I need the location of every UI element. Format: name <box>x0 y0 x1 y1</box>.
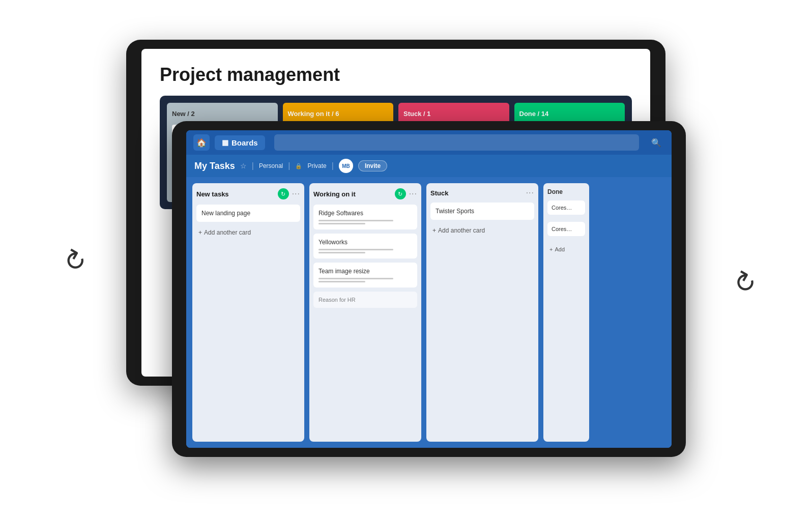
front-board: New tasks ↻ ··· New landing page + Add a… <box>186 177 672 448</box>
front-subheader: My Tasks ☆ | Personal | 🔒 Private | MB I… <box>186 155 672 177</box>
ridge-card-lines <box>318 220 412 224</box>
board-title: My Tasks <box>194 161 235 171</box>
add-card-done-label: Add <box>555 246 565 252</box>
boards-button[interactable]: ▦ Boards <box>215 135 265 150</box>
front-screen: 🏠 ▦ Boards 🔍 My Tasks ☆ | Personal | 🔒 P… <box>186 130 672 448</box>
refresh-icon-new[interactable]: ↻ <box>278 188 289 199</box>
new-tasks-title: New tasks <box>196 190 229 198</box>
front-card-twister[interactable]: Twister Sports <box>430 203 534 220</box>
arrow-left-icon[interactable]: ↺ <box>57 242 92 279</box>
working-title: Working on it <box>313 190 356 198</box>
front-card-reason-hr[interactable]: Reason for HR <box>313 292 417 308</box>
front-col-new-tasks: New tasks ↻ ··· New landing page + Add a… <box>192 183 304 442</box>
front-card-done-2[interactable]: Cores… <box>547 222 585 236</box>
front-col-stuck-header: Stuck ··· <box>430 188 534 197</box>
front-col-working: Working on it ↻ ··· Ridge Softwares <box>309 183 421 442</box>
tablet-front: 🏠 ▦ Boards 🔍 My Tasks ☆ | Personal | 🔒 P… <box>172 121 686 457</box>
front-col-working-header: Working on it ↻ ··· <box>313 188 417 199</box>
boards-label: Boards <box>231 138 258 147</box>
stuck-actions: ··· <box>526 188 534 197</box>
home-button[interactable]: 🏠 <box>193 134 210 151</box>
avatar-initials: MB <box>342 163 350 169</box>
back-col-working-header: Working on it / 6 <box>288 108 389 120</box>
private-tag: Private <box>307 162 326 169</box>
stuck-title: Stuck <box>430 189 448 197</box>
search-button[interactable]: 🔍 <box>648 134 664 151</box>
add-card-new-tasks[interactable]: + Add another card <box>196 226 300 239</box>
plus-icon-new: + <box>198 229 202 236</box>
invite-button[interactable]: Invite <box>358 160 387 171</box>
add-card-new-label: Add another card <box>204 229 251 236</box>
back-col-new-header: New / 2 <box>172 108 273 120</box>
scene: Project management New / 2 New landing p… <box>101 40 711 477</box>
front-card-team-image-text: Team image resize <box>318 268 412 275</box>
front-card-yelloworks-text: Yelloworks <box>318 239 412 246</box>
team-image-card-lines <box>318 278 412 282</box>
back-screen-title: Project management <box>160 64 632 85</box>
dots-menu-working[interactable]: ··· <box>409 189 417 198</box>
back-col-done-header: Done / 14 <box>519 108 620 120</box>
dots-menu-stuck[interactable]: ··· <box>526 188 534 197</box>
add-card-done[interactable]: + Add <box>547 243 585 255</box>
add-card-stuck[interactable]: + Add another card <box>430 224 534 237</box>
front-card-new-landing[interactable]: New landing page <box>196 205 300 222</box>
arrow-right-icon[interactable]: ↻ <box>728 264 762 301</box>
yelloworks-card-lines <box>318 249 412 253</box>
user-avatar: MB <box>339 159 353 173</box>
front-col-done-header: Done <box>547 188 585 195</box>
front-card-reason-hr-text: Reason for HR <box>318 297 412 303</box>
front-card-team-image[interactable]: Team image resize <box>313 263 417 288</box>
front-col-done: Done Cores… Cores… + Add <box>543 183 589 442</box>
personal-tag: Personal <box>259 162 283 169</box>
new-tasks-actions: ↻ ··· <box>278 188 300 199</box>
front-card-new-landing-text: New landing page <box>201 210 295 217</box>
plus-icon-done: + <box>549 246 553 252</box>
refresh-icon-working[interactable]: ↻ <box>395 188 406 199</box>
plus-icon-stuck: + <box>432 227 436 234</box>
front-card-done-1[interactable]: Cores… <box>547 200 585 215</box>
front-card-twister-text: Twister Sports <box>436 208 529 215</box>
add-card-stuck-label: Add another card <box>438 227 485 234</box>
line-5 <box>318 278 393 279</box>
working-actions: ↻ ··· <box>395 188 417 199</box>
front-col-stuck: Stuck ··· Twister Sports + Add another c… <box>426 183 538 442</box>
star-icon[interactable]: ☆ <box>240 162 247 170</box>
line-2 <box>318 223 365 224</box>
lock-icon: 🔒 <box>295 163 302 169</box>
dots-menu-new[interactable]: ··· <box>292 189 300 198</box>
back-col-stuck-header: Stuck / 1 <box>403 108 504 120</box>
front-col-new-header: New tasks ↻ ··· <box>196 188 300 199</box>
boards-icon: ▦ <box>222 138 228 147</box>
front-card-yelloworks[interactable]: Yelloworks <box>313 234 417 258</box>
line-3 <box>318 249 393 250</box>
line-4 <box>318 252 365 253</box>
front-card-ridge-text: Ridge Softwares <box>318 210 412 217</box>
front-card-ridge[interactable]: Ridge Softwares <box>313 205 417 229</box>
done-title: Done <box>547 188 563 195</box>
front-navbar: 🏠 ▦ Boards 🔍 <box>186 130 672 155</box>
line-1 <box>318 220 393 221</box>
line-6 <box>318 281 365 282</box>
